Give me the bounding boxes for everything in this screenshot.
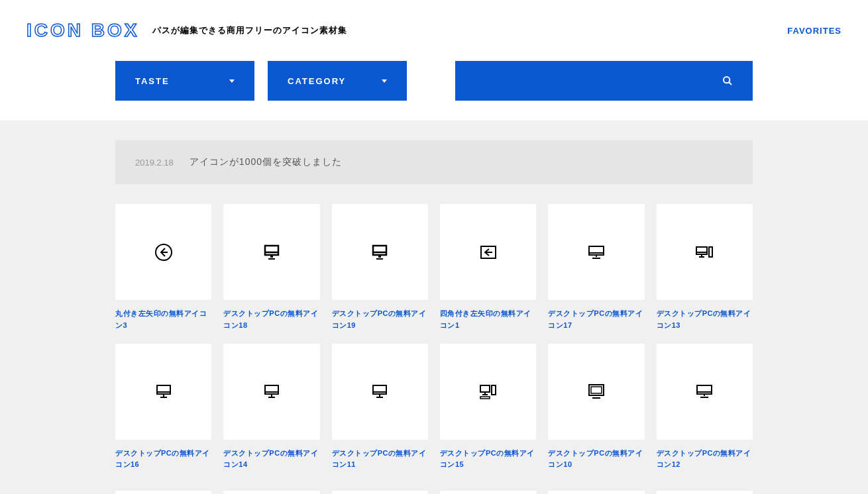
filter-bar: TASTE CATEGORY: [0, 61, 868, 121]
icon-label: デスクトップPCの無料アイコン16: [115, 448, 211, 471]
svg-rect-14: [589, 246, 604, 255]
svg-rect-41: [591, 387, 602, 393]
icon-label: デスクトップPCの無料アイコン18: [223, 308, 319, 331]
content: 2019.2.18 アイコンが1000個を突破しました 丸付き左矢印の無料アイコ…: [0, 121, 868, 494]
svg-point-0: [724, 77, 730, 83]
icon-thumbnail: [332, 344, 428, 440]
category-dropdown[interactable]: CATEGORY: [268, 61, 407, 101]
icon-card[interactable]: デスクトップPCの無料アイコン12: [657, 344, 753, 471]
icon-label: 丸付き左矢印の無料アイコン3: [115, 308, 211, 331]
monitor-stand-icon: [261, 381, 282, 402]
icon-card[interactable]: デスクトップPCの無料アイコン10: [548, 344, 644, 471]
icon-card[interactable]: [548, 491, 644, 494]
search-icon: [722, 75, 733, 86]
icon-card[interactable]: デスクトップPCの無料アイコン16: [115, 344, 211, 471]
tagline: パスが編集できる商用フリーのアイコン素材集: [152, 25, 347, 36]
circle-arrow-left-icon: [153, 242, 174, 263]
news-banner[interactable]: 2019.2.18 アイコンが1000個を突破しました: [115, 140, 753, 184]
svg-rect-22: [709, 247, 712, 257]
icon-card[interactable]: デスクトップPCの無料アイコン15: [440, 344, 536, 471]
icon-label: 四角付き左矢印の無料アイコン1: [440, 308, 536, 331]
monitor-stand-thick-icon: [261, 242, 282, 263]
logo[interactable]: ICON BOX: [27, 20, 139, 41]
monitor-flat-icon: [586, 381, 607, 402]
icon-card[interactable]: [115, 491, 211, 494]
icon-thumbnail: [332, 491, 428, 494]
icon-thumbnail: [548, 204, 644, 300]
svg-rect-27: [265, 385, 278, 394]
svg-rect-18: [696, 247, 707, 254]
icon-card[interactable]: [440, 491, 536, 494]
icon-thumbnail: [548, 491, 644, 494]
icon-card[interactable]: デスクトップPCの無料アイコン17: [548, 204, 644, 332]
taste-label: TASTE: [135, 76, 170, 86]
svg-rect-23: [157, 385, 170, 394]
category-label: CATEGORY: [288, 76, 346, 86]
monitor-stand-wide-icon: [586, 242, 607, 263]
icon-card[interactable]: 丸付き左矢印の無料アイコン3: [115, 204, 211, 332]
svg-rect-6: [270, 255, 273, 258]
icon-label: デスクトップPCの無料アイコン17: [548, 308, 644, 331]
svg-rect-10: [378, 255, 381, 258]
svg-rect-43: [697, 385, 712, 394]
icon-thumbnail: [440, 204, 536, 300]
square-arrow-left-icon: [478, 242, 499, 263]
icon-card[interactable]: [332, 491, 428, 494]
svg-rect-31: [373, 385, 386, 394]
icon-card[interactable]: デスクトップPCの無料アイコン18: [223, 204, 319, 332]
icon-label: デスクトップPCの無料アイコン19: [332, 308, 428, 331]
icon-card[interactable]: [657, 491, 753, 494]
icon-thumbnail: [115, 491, 211, 494]
icon-label: デスクトップPCの無料アイコン14: [223, 448, 319, 471]
icon-thumbnail: [440, 491, 536, 494]
chevron-down-icon: [229, 79, 235, 83]
icon-card[interactable]: デスクトップPCの無料アイコン14: [223, 344, 319, 471]
icon-thumbnail: [657, 491, 753, 494]
icon-card[interactable]: デスクトップPCの無料アイコン13: [657, 204, 753, 332]
icon-thumbnail: [115, 344, 211, 440]
search-input[interactable]: [455, 61, 753, 101]
svg-rect-35: [480, 385, 490, 392]
icon-label: デスクトップPCの無料アイコン15: [440, 448, 536, 471]
icon-card[interactable]: デスクトップPCの無料アイコン19: [332, 204, 428, 332]
header: ICON BOX パスが編集できる商用フリーのアイコン素材集 FAVORITES: [0, 0, 868, 61]
news-text: アイコンが1000個を突破しました: [190, 156, 342, 168]
icon-card[interactable]: 四角付き左矢印の無料アイコン1: [440, 204, 536, 332]
icon-thumbnail: [440, 344, 536, 440]
icon-thumbnail: [548, 344, 644, 440]
icon-label: デスクトップPCの無料アイコン12: [657, 448, 753, 471]
favorites-link[interactable]: FAVORITES: [787, 26, 841, 36]
monitor-stand-wide-icon: [694, 381, 715, 402]
icon-label: デスクトップPCの無料アイコン13: [657, 308, 753, 331]
monitor-stand-icon: [369, 381, 390, 402]
icon-grid: 丸付き左矢印の無料アイコン3デスクトップPCの無料アイコン18デスクトップPCの…: [115, 204, 753, 471]
icon-thumbnail: [115, 204, 211, 300]
svg-rect-8: [373, 246, 386, 255]
chevron-down-icon: [382, 79, 387, 83]
news-date: 2019.2.18: [135, 158, 174, 168]
icon-card[interactable]: デスクトップPCの無料アイコン11: [332, 344, 428, 471]
icon-thumbnail: [657, 344, 753, 440]
icon-thumbnail: [223, 204, 319, 300]
monitor-tower-icon: [694, 242, 715, 263]
svg-line-1: [729, 82, 732, 85]
taste-dropdown[interactable]: TASTE: [115, 61, 254, 101]
icon-thumbnail: [332, 204, 428, 300]
monitor-stand-thick-icon: [369, 242, 390, 263]
icon-label: デスクトップPCの無料アイコン10: [548, 448, 644, 471]
svg-rect-39: [480, 397, 490, 399]
monitor-tower-keyboard-icon: [478, 381, 499, 402]
icon-grid-row3: [115, 491, 753, 494]
svg-rect-38: [492, 385, 496, 395]
icon-thumbnail: [223, 491, 319, 494]
monitor-stand-icon: [153, 381, 174, 402]
svg-rect-4: [265, 246, 278, 255]
icon-thumbnail: [657, 204, 753, 300]
icon-label: デスクトップPCの無料アイコン11: [332, 448, 428, 471]
icon-card[interactable]: [223, 491, 319, 494]
icon-thumbnail: [223, 344, 319, 440]
